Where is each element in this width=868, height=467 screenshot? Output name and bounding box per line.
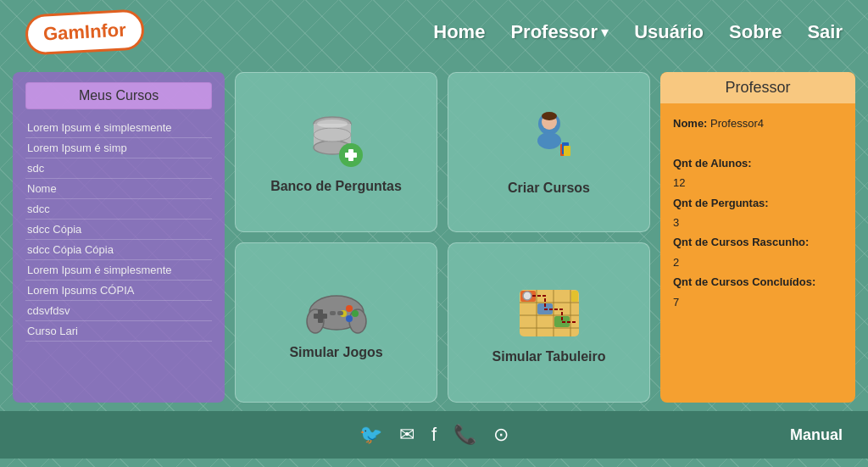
svg-point-10 xyxy=(542,112,557,120)
twitter-icon[interactable]: 🐦 xyxy=(359,424,382,446)
email-icon[interactable]: ✉ xyxy=(399,424,415,446)
svg-point-20 xyxy=(346,305,353,312)
svg-point-22 xyxy=(346,315,353,322)
database-icon xyxy=(307,111,366,170)
svg-point-21 xyxy=(352,310,359,317)
curso-list: Lorem Ipsum é simplesmenteLorem Ipsum é … xyxy=(13,118,225,342)
qnt-concluidos-value: 7 xyxy=(673,292,843,312)
professor-panel: Professor Nome: Professor4 Qnt de Alunos… xyxy=(660,72,855,403)
gamepad-icon xyxy=(303,286,370,336)
qnt-concluidos-label: Qnt de Cursos Concluídos: xyxy=(673,275,815,288)
svg-rect-14 xyxy=(564,146,570,156)
nav-home[interactable]: Home xyxy=(433,21,485,43)
card-simular-tabuleiro[interactable]: Simular Tabuleiro xyxy=(448,242,650,403)
main-content: Meus Cursos Lorem Ipsum é simplesmenteLo… xyxy=(13,72,855,403)
nome-label: Nome: xyxy=(673,117,707,130)
footer: 🐦 ✉ f 📞 ⊙ Manual xyxy=(0,411,868,459)
card-banco-perguntas[interactable]: Banco de Perguntas xyxy=(235,72,437,232)
svg-point-37 xyxy=(523,292,531,300)
list-item[interactable]: Lorem Ipsums CÓPIA xyxy=(25,281,212,301)
list-item[interactable]: Lorem Ipsum é simplesmente xyxy=(25,260,212,281)
list-item[interactable]: sdcc Cópia xyxy=(25,220,212,240)
dropdown-arrow-icon: ▾ xyxy=(601,23,609,42)
qnt-perguntas-value: 3 xyxy=(673,213,843,232)
center-grid: Banco de Perguntas xyxy=(235,72,650,403)
list-item[interactable]: sdcc xyxy=(25,199,212,220)
nav-sobre[interactable]: Sobre xyxy=(729,21,782,43)
main-nav: Home Professor ▾ Usuário Sobre Sair xyxy=(433,21,843,43)
svg-point-3 xyxy=(314,128,351,142)
meus-cursos-title: Meus Cursos xyxy=(25,82,212,109)
svg-point-4 xyxy=(317,120,348,128)
svg-rect-24 xyxy=(330,311,336,315)
nav-professor-dropdown[interactable]: Professor ▾ xyxy=(510,21,609,43)
nome-value: Professor4 xyxy=(710,117,764,130)
qnt-perguntas-label: Qnt de Perguntas: xyxy=(673,197,769,209)
svg-rect-19 xyxy=(314,314,327,319)
facebook-icon[interactable]: f xyxy=(431,424,437,446)
nav-professor-link[interactable]: Professor xyxy=(510,21,598,43)
list-item[interactable]: cdsvfdsv xyxy=(25,301,212,321)
svg-rect-36 xyxy=(571,291,578,302)
svg-point-11 xyxy=(537,132,561,149)
create-course-icon xyxy=(520,108,579,172)
logo-text: GamInfor xyxy=(42,19,126,44)
card-criar-cursos[interactable]: Criar Cursos xyxy=(448,72,650,232)
github-icon[interactable]: ⊙ xyxy=(493,424,509,446)
qnt-rascunho-value: 2 xyxy=(673,253,843,272)
meus-cursos-panel: Meus Cursos Lorem Ipsum é simplesmenteLo… xyxy=(13,72,225,403)
list-item[interactable]: sdc xyxy=(25,158,212,179)
list-item[interactable]: Lorem Ipsum é simp xyxy=(25,138,212,158)
card-simular-jogos[interactable]: Simular Jogos xyxy=(235,242,437,403)
board-icon xyxy=(515,281,583,341)
nav-sair[interactable]: Sair xyxy=(807,21,843,43)
svg-rect-7 xyxy=(345,153,357,158)
list-item[interactable]: Lorem Ipsum é simplesmente xyxy=(25,118,212,138)
svg-rect-25 xyxy=(337,311,343,315)
qnt-alunos-value: 12 xyxy=(673,173,843,192)
logo[interactable]: GamInfor xyxy=(25,8,145,55)
qnt-rascunho-label: Qnt de Cursos Rascunho: xyxy=(673,236,809,248)
professor-panel-title: Professor xyxy=(660,72,855,103)
list-item[interactable]: Curso Lari xyxy=(25,321,212,342)
qnt-alunos-label: Qnt de Alunos: xyxy=(673,157,752,170)
list-item[interactable]: Nome xyxy=(25,179,212,199)
card-label-criar: Criar Cursos xyxy=(508,181,590,196)
nav-usuario[interactable]: Usuário xyxy=(634,21,704,43)
card-label-tabuleiro: Simular Tabuleiro xyxy=(492,349,606,364)
card-label-banco: Banco de Perguntas xyxy=(270,179,402,194)
professor-info: Nome: Professor4 Qnt de Alunos: 12 Qnt d… xyxy=(660,103,855,322)
list-item[interactable]: sdcc Cópia Cópia xyxy=(25,240,212,260)
manual-link[interactable]: Manual xyxy=(790,426,843,444)
phone-icon[interactable]: 📞 xyxy=(453,424,476,446)
card-label-jogos: Simular Jogos xyxy=(289,345,382,360)
